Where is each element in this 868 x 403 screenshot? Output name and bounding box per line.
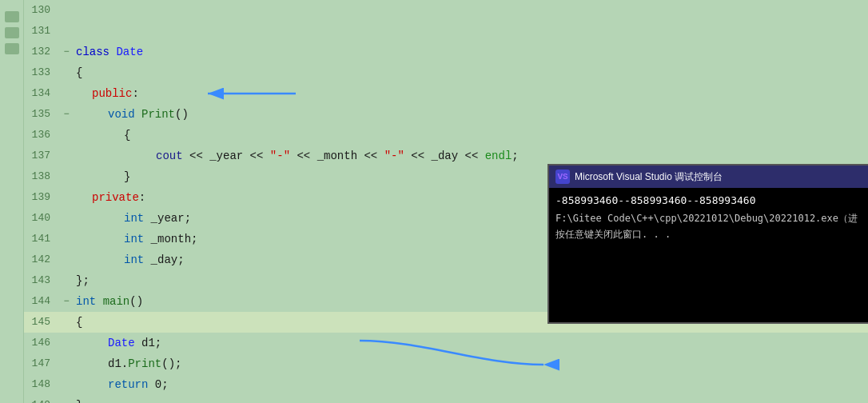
line-num-133: 133 — [24, 62, 60, 83]
collapse-140 — [60, 208, 73, 229]
line-num-141: 141 — [24, 229, 60, 249]
collapse-130 — [60, 0, 73, 21]
code-content-134: public: — [73, 83, 868, 104]
code-line-133: 133 { — [24, 62, 868, 83]
debug-content-area: -858993460--858993460--858993460 F:\Gite… — [549, 188, 868, 322]
sidebar-icon-1 — [5, 11, 19, 22]
collapse-138 — [60, 166, 73, 187]
code-line-131: 131 — [24, 21, 868, 42]
code-content-132: class Date — [73, 42, 868, 62]
line-num-130: 130 — [24, 0, 60, 21]
code-line-135: 135 − void Print() — [24, 104, 868, 125]
line-num-149: 149 — [24, 395, 60, 403]
line-num-140: 140 — [24, 208, 60, 229]
code-line-130: 130 — [24, 0, 868, 21]
code-line-146: 146 Date d1; — [24, 333, 868, 353]
collapse-134 — [60, 83, 73, 104]
line-num-143: 143 — [24, 270, 60, 291]
code-line-134: 134 public: — [24, 83, 868, 104]
code-content-148: return 0; — [73, 374, 868, 395]
code-container: 130 131 132 − class Date 133 { — [24, 0, 868, 403]
collapse-147 — [60, 353, 73, 374]
code-line-148: 148 return 0; — [24, 374, 868, 395]
line-num-146: 146 — [24, 333, 60, 353]
sidebar-icons — [5, 11, 19, 54]
debug-title: Microsoft Visual Studio 调试控制台 — [575, 170, 723, 184]
line-num-147: 147 — [24, 353, 60, 374]
collapse-146 — [60, 333, 73, 353]
line-num-148: 148 — [24, 374, 60, 395]
collapse-149 — [60, 395, 73, 403]
code-line-147: 147 d1.Print(); — [24, 353, 868, 374]
collapse-133 — [60, 62, 73, 83]
line-num-142: 142 — [24, 249, 60, 270]
code-line-136: 136 { — [24, 125, 868, 146]
line-num-136: 136 — [24, 125, 60, 146]
sidebar-icon-3 — [5, 43, 19, 54]
debug-output-line3: 按任意键关闭此窗口. . . — [555, 228, 868, 241]
collapse-139 — [60, 187, 73, 208]
line-num-131: 131 — [24, 21, 60, 42]
collapse-137 — [60, 146, 73, 166]
line-num-139: 139 — [24, 187, 60, 208]
vs-icon: VS — [555, 170, 570, 184]
code-content-133: { — [73, 62, 868, 83]
collapse-148 — [60, 374, 73, 395]
collapse-143 — [60, 270, 73, 291]
collapse-144[interactable]: − — [60, 291, 73, 312]
code-line-132: 132 − class Date — [24, 42, 868, 62]
line-num-132: 132 — [24, 42, 60, 62]
collapse-136 — [60, 125, 73, 146]
line-num-138: 138 — [24, 166, 60, 187]
debug-output-line2: F:\Gitee Code\C++\cpp\20221012\Debug\202… — [555, 212, 868, 225]
collapse-131 — [60, 21, 73, 42]
code-content-149: } — [73, 395, 868, 403]
debug-output-line1: -858993460--858993460--858993460 — [555, 193, 868, 209]
line-num-137: 137 — [24, 146, 60, 166]
code-line-149: 149 } — [24, 395, 868, 403]
code-content-136: { — [73, 125, 868, 146]
collapse-145 — [60, 312, 73, 333]
collapse-142 — [60, 249, 73, 270]
collapse-135[interactable]: − — [60, 104, 73, 125]
line-num-145: 145 — [24, 312, 60, 333]
sidebar-icon-2 — [5, 27, 19, 38]
debug-console[interactable]: VS Microsoft Visual Studio 调试控制台 -858993… — [547, 164, 868, 324]
debug-titlebar: VS Microsoft Visual Studio 调试控制台 — [549, 166, 868, 188]
code-content-147: d1.Print(); — [73, 353, 868, 374]
collapse-132[interactable]: − — [60, 42, 73, 62]
code-content-146: Date d1; — [73, 333, 868, 353]
collapse-141 — [60, 229, 73, 249]
line-num-135: 135 — [24, 104, 60, 125]
line-num-134: 134 — [24, 83, 60, 104]
editor-area: 130 131 132 − class Date 133 { — [0, 0, 868, 403]
left-sidebar — [0, 0, 24, 403]
line-num-144: 144 — [24, 291, 60, 312]
code-content-135: void Print() — [73, 104, 868, 125]
